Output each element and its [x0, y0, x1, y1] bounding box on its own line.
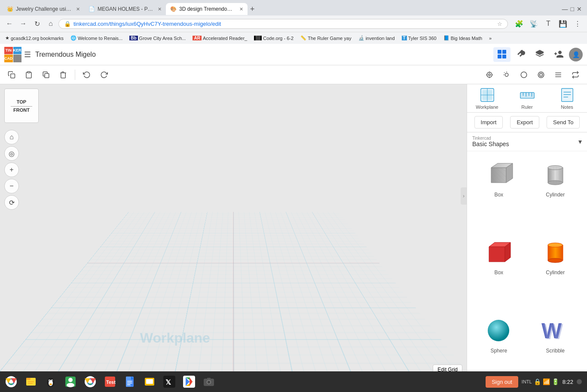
user-avatar[interactable]: 👤 [569, 48, 583, 61]
bookmark-grove[interactable]: Bb Grove City Area Sch... [128, 35, 187, 42]
rotate-btn[interactable]: ⟳ [4, 195, 19, 210]
view-cube[interactable]: TOP FRONT [4, 89, 39, 123]
sign-out-button[interactable]: Sign out [486, 376, 518, 388]
settings-icon[interactable]: ⋮ [572, 18, 584, 30]
view-tools [482, 67, 583, 82]
star-icon[interactable]: ☆ [497, 21, 502, 27]
translate-icon[interactable]: T [542, 18, 554, 30]
bookmark-gcasdk[interactable]: ★ gcasdk12.org bookmarks [3, 34, 65, 42]
duplicate-icon [42, 71, 50, 79]
penguin-icon [45, 376, 57, 388]
camera-icon [486, 71, 493, 79]
zoom-out-btn[interactable]: − [4, 179, 19, 193]
align-btn[interactable] [551, 67, 566, 82]
duplicate-button[interactable] [39, 67, 53, 82]
svg-point-78 [49, 383, 52, 385]
paste-button[interactable] [21, 67, 36, 82]
taskbar-docs-btn[interactable] [120, 372, 139, 391]
shape-box-gray[interactable]: Box [472, 156, 526, 231]
home-zoom-btn[interactable]: ⌂ [4, 130, 19, 144]
home-button[interactable]: ⌂ [45, 18, 57, 30]
bookmark-more[interactable]: » [487, 35, 493, 42]
cylinder-gray-label: Cylinder [546, 192, 565, 198]
svg-rect-2 [498, 55, 501, 58]
back-button[interactable]: ← [3, 18, 15, 30]
forward-button[interactable]: → [17, 18, 29, 30]
taskbar-contacts-btn[interactable] [61, 372, 80, 391]
taskbar-penguin-btn[interactable] [41, 372, 60, 391]
import-button[interactable]: Import [474, 116, 503, 129]
panel-collapse-btn[interactable]: › [461, 187, 467, 205]
save-icon[interactable]: 💾 [557, 18, 569, 30]
bookmark-tyler[interactable]: T Tyler SIS 360 [400, 35, 438, 42]
contacts-icon [64, 376, 76, 388]
tab-2[interactable]: 📄 MEGAN HOLMES - Photo Docu... ✕ [84, 3, 166, 15]
shape-cylinder-orange[interactable]: Cylinder [529, 234, 582, 309]
taskbar-playstore-btn[interactable] [180, 372, 199, 391]
box-red-img [482, 238, 516, 268]
scribble-label: Scribble [546, 348, 565, 354]
outline-btn[interactable] [517, 67, 531, 82]
bookmark-ar[interactable]: AR Accelerated Reader_ [191, 35, 249, 42]
taskbar-slides-btn[interactable] [140, 372, 159, 391]
fit-zoom-btn[interactable]: ◎ [4, 146, 19, 161]
camera-view-btn[interactable] [482, 67, 497, 82]
grid-svg [0, 212, 467, 382]
shape-cylinder-gray[interactable]: Cylinder [529, 156, 582, 231]
taskbar-twitter-btn[interactable]: 𝕏 [160, 372, 179, 391]
bookmark-codeorg[interactable]: ⬛ Code.org - 6-2 [252, 35, 295, 42]
bookmark-renais[interactable]: 🌐 Welcome to Renais... [69, 34, 124, 42]
redo-button[interactable] [97, 67, 111, 82]
workplane-panel-btn[interactable]: Workplane [467, 87, 507, 110]
category-dropdown-btn[interactable]: ▾ [578, 138, 582, 146]
maximize-btn[interactable]: □ [571, 6, 574, 12]
tab-bar: 👑 Jewelry Challenge using T... ✕ 📄 MEGAN… [0, 0, 587, 15]
build-btn[interactable] [512, 47, 529, 62]
canvas-area[interactable]: TOP FRONT ⌂ ◎ + − ⟳ [0, 84, 467, 392]
taskbar-chrome-btn[interactable] [2, 372, 21, 391]
light-btn[interactable] [499, 67, 514, 82]
bookmark-invention[interactable]: 🔬 invention land [357, 34, 397, 42]
user-add-btn[interactable] [550, 47, 567, 62]
address-bar[interactable]: 🔒 tinkercad.com/things/iux6QyHvC7Y-treme… [58, 19, 508, 29]
layers-btn[interactable] [531, 47, 548, 62]
ruler-panel-btn[interactable]: Ruler [507, 87, 547, 110]
shape-box-red[interactable]: Box [472, 234, 526, 309]
hamburger-menu[interactable]: ☰ [24, 50, 31, 59]
bookmark-ruler[interactable]: 📏 The Ruler Game yay [299, 34, 353, 42]
tab-2-close[interactable]: ✕ [158, 6, 162, 12]
extensions-btn[interactable]: 🧩 [513, 18, 525, 30]
panel-actions: Import Export Send To [467, 113, 587, 132]
cast-icon[interactable]: 📡 [528, 18, 540, 30]
lock-icon: 🔒 [64, 21, 71, 27]
export-button[interactable]: Export [510, 116, 539, 129]
tab-1[interactable]: 👑 Jewelry Challenge using T... ✕ [3, 3, 84, 15]
reload-button[interactable]: ↻ [31, 18, 43, 30]
close-browser-btn[interactable]: ✕ [577, 6, 582, 12]
send-to-button[interactable]: Send To [547, 116, 580, 129]
svg-point-76 [49, 380, 50, 381]
taskbar-testnav-btn[interactable]: Test [101, 372, 119, 391]
copy-button[interactable] [4, 67, 19, 82]
slides-icon [144, 376, 156, 388]
user-add-icon [553, 49, 564, 59]
undo-button[interactable] [79, 67, 94, 82]
notes-panel-btn[interactable]: Notes [547, 87, 587, 110]
bookmark-bigideas[interactable]: 📘 Big Ideas Math [442, 34, 484, 42]
tab-1-close[interactable]: ✕ [76, 6, 80, 12]
new-tab-button[interactable]: + [250, 5, 255, 14]
taskbar-circle-btn[interactable] [577, 379, 582, 384]
flip-btn[interactable] [568, 67, 583, 82]
taskbar-chrome2-btn[interactable] [81, 372, 100, 391]
taskbar-camera-btn[interactable] [199, 372, 218, 391]
grid-view-btn[interactable] [493, 47, 511, 62]
taskbar-files-btn[interactable] [21, 372, 40, 391]
svg-point-61 [548, 258, 563, 263]
solid-btn[interactable] [534, 67, 548, 82]
tab-3[interactable]: 🎨 3D design Tremendous Migelo | ✕ [166, 3, 248, 15]
delete-button[interactable] [56, 67, 70, 82]
minimize-btn[interactable]: — [562, 6, 568, 12]
tab-3-close[interactable]: ✕ [239, 6, 243, 12]
svg-line-15 [504, 72, 504, 73]
zoom-in-btn[interactable]: + [4, 162, 19, 177]
